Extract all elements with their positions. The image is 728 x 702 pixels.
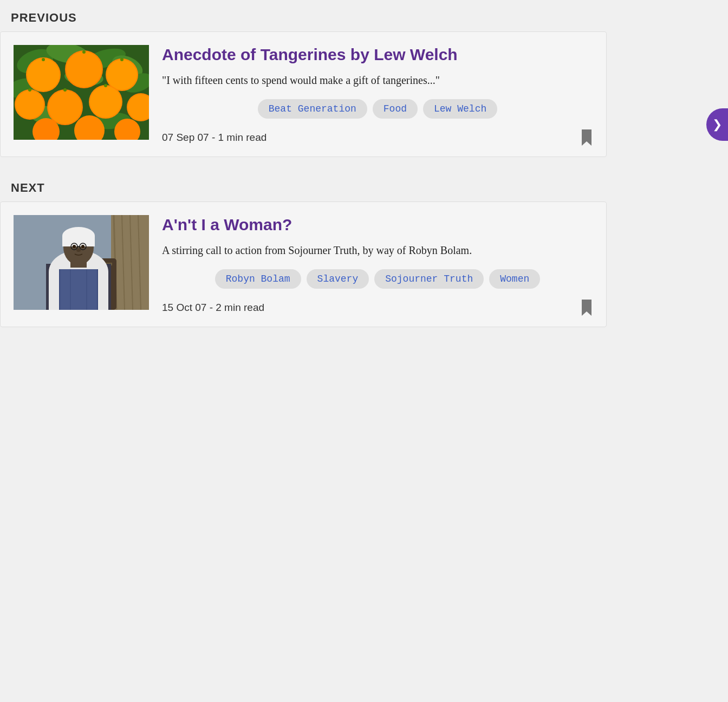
previous-label: PREVIOUS [0,0,607,31]
svg-point-11 [27,58,60,91]
next-card-excerpt: A stirring call to action from Sojourner… [162,242,593,258]
previous-card-excerpt: "I with fifteen cents to spend would mak… [162,72,593,88]
tag-item[interactable]: Beat Generation [258,99,367,119]
previous-card-meta: 07 Sep 07 - 1 min read [162,129,593,146]
previous-meta-text: 07 Sep 07 - 1 min read [162,132,266,144]
next-meta-text: 15 Oct 07 - 2 min read [162,302,264,314]
tag-item[interactable]: Robyn Bolam [215,269,301,289]
svg-rect-45 [60,269,98,310]
svg-rect-53 [62,236,95,246]
next-tags-row: Robyn BolamSlaverySojourner TruthWomen [162,269,593,289]
previous-card: Anecdote of Tangerines by Lew Welch "I w… [0,31,607,157]
svg-point-15 [107,60,137,90]
previous-card-content: Anecdote of Tangerines by Lew Welch "I w… [162,45,593,146]
next-card-title[interactable]: A'n't I a Woman? [162,215,593,235]
svg-point-54 [73,245,76,248]
svg-point-19 [48,90,82,124]
previous-card-image [14,45,149,140]
svg-point-27 [42,58,45,61]
tag-item[interactable]: Lew Welch [423,99,497,119]
bookmark-icon-next[interactable] [580,300,593,316]
svg-point-31 [63,88,67,92]
svg-point-29 [120,58,123,61]
next-label: NEXT [0,170,607,202]
svg-point-59 [76,249,81,252]
bookmark-icon-previous[interactable] [580,129,593,146]
svg-point-32 [104,84,107,87]
next-card-content: A'n't I a Woman? A stirring call to acti… [162,215,593,316]
svg-point-17 [16,90,44,119]
svg-point-28 [82,50,86,54]
tag-item[interactable]: Women [489,269,540,289]
svg-point-30 [28,88,31,92]
tag-item[interactable]: Sojourner Truth [374,269,484,289]
svg-point-55 [81,245,84,248]
tag-item[interactable]: Food [373,99,418,119]
previous-tags-row: Beat GenerationFoodLew Welch [162,99,593,119]
svg-point-13 [66,51,102,87]
next-card-meta: 15 Oct 07 - 2 min read [162,300,593,316]
next-card: A'n't I a Woman? A stirring call to acti… [0,202,607,327]
svg-point-21 [90,86,121,118]
next-card-image [14,215,149,310]
previous-card-title[interactable]: Anecdote of Tangerines by Lew Welch [162,45,593,64]
tag-item[interactable]: Slavery [307,269,369,289]
